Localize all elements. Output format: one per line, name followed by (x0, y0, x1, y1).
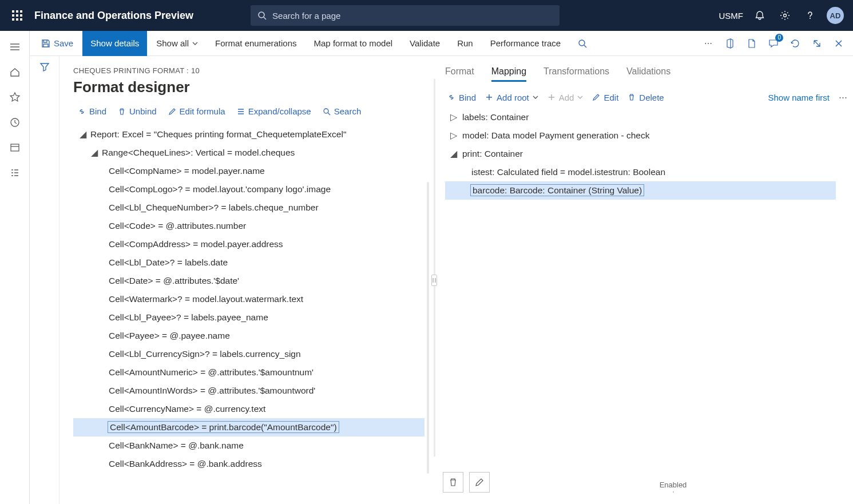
show-details-button[interactable]: Show details (82, 31, 147, 56)
mapping-toolbar: Bind Add root Add Edit Delete Show name … (443, 86, 847, 108)
tree-row[interactable]: Cell<CompName> = model.payer.name (73, 162, 424, 180)
office-icon[interactable] (723, 36, 737, 51)
show-name-first-button[interactable]: Show name first (768, 93, 830, 102)
tab-validations[interactable]: Validations (626, 66, 671, 82)
tab-format[interactable]: Format (445, 66, 474, 82)
breadcrumb: CHEQUES PRINTING FORMAT : 10 (73, 66, 424, 75)
expand-collapse-button[interactable]: Expand/collapse (237, 106, 311, 116)
splitter[interactable] (430, 56, 438, 504)
add-root-button[interactable]: Add root (485, 93, 538, 102)
overflow-icon[interactable]: ⋯ (839, 92, 847, 102)
bind-button[interactable]: Bind (78, 106, 106, 116)
close-icon[interactable] (831, 36, 846, 51)
tree-row[interactable]: Cell<CompLogo>? = model.layout.'company … (73, 180, 424, 199)
attach-icon[interactable] (744, 36, 759, 51)
tree-row[interactable]: Cell<AmountInWords> = @.attributes.'$amo… (73, 382, 424, 400)
svg-rect-8 (20, 18, 22, 21)
format-enumerations-button[interactable]: Format enumerations (207, 31, 305, 56)
tree-row[interactable]: Cell<BankAddress> = @.bank.address (73, 455, 424, 473)
edit-footer-button[interactable] (469, 472, 490, 493)
scrollbar[interactable] (427, 182, 429, 474)
app-launcher-icon[interactable] (5, 10, 30, 21)
tree-row[interactable]: Cell<Payee> = @.payee.name (73, 327, 424, 345)
tree-row[interactable]: ◢Report: Excel = "Cheques printing forma… (73, 125, 424, 144)
svg-rect-2 (20, 10, 22, 13)
splitter-grip-icon[interactable] (431, 275, 437, 286)
add-button: Add (547, 93, 584, 102)
edit-button[interactable]: Edit (592, 93, 618, 102)
save-button[interactable]: Save (33, 31, 81, 56)
tree-row[interactable]: Cell<Lbl_Date>? = labels.date (73, 253, 424, 272)
delete-footer-button[interactable] (443, 472, 463, 493)
tab-transformations[interactable]: Transformations (543, 66, 609, 82)
user-avatar[interactable]: AD (827, 7, 844, 24)
left-nav-rail (0, 31, 30, 504)
tree-row[interactable]: Cell<Lbl_Payee>? = labels.payee_name (73, 308, 424, 327)
star-icon[interactable] (3, 86, 26, 109)
home-icon[interactable] (3, 61, 26, 84)
tree-row[interactable]: Cell<AmountNumeric> = @.attributes.'$amo… (73, 363, 424, 382)
performance-trace-button[interactable]: Performance trace (482, 31, 569, 56)
unbind-button[interactable]: Unbind (118, 106, 157, 116)
overflow-icon[interactable]: ⋯ (701, 36, 716, 51)
run-button[interactable]: Run (449, 31, 481, 56)
svg-rect-5 (20, 14, 22, 17)
tree-row[interactable]: Cell<Lbl_CurrencySign>? = labels.currenc… (73, 345, 424, 363)
delete-button[interactable]: Delete (628, 93, 664, 102)
enabled-input[interactable] (673, 491, 674, 493)
tab-mapping[interactable]: Mapping (491, 66, 526, 82)
map-bind-button[interactable]: Bind (447, 93, 476, 102)
tree-row[interactable]: Cell<Watermark>? = model.layout.watermar… (73, 290, 424, 308)
mapping-footer: Enabled (443, 435, 847, 504)
svg-rect-1 (16, 10, 18, 13)
link-icon (447, 93, 455, 101)
recent-icon[interactable] (3, 111, 26, 134)
tree-row[interactable]: Cell<BankName> = @.bank.name (73, 436, 424, 455)
popout-icon[interactable] (810, 36, 824, 51)
tree-row-selected[interactable]: Cell<AmountBarcode> = print.barcode("Amo… (73, 418, 424, 436)
search-icon (257, 11, 267, 20)
hamburger-icon[interactable] (3, 35, 26, 58)
list-icon (237, 108, 245, 116)
svg-line-18 (328, 113, 330, 115)
tree-search-button[interactable]: Search (323, 106, 362, 116)
svg-rect-6 (12, 18, 14, 21)
gear-icon[interactable] (776, 7, 794, 24)
tree-row[interactable]: ▷model: Data model Payment generation - … (445, 126, 847, 145)
svg-point-11 (784, 14, 787, 17)
command-bar: Save Show details Show all Format enumer… (30, 31, 853, 56)
notification-icon[interactable] (751, 7, 768, 24)
edit-formula-button[interactable]: Edit formula (168, 106, 225, 116)
show-all-button[interactable]: Show all (148, 31, 206, 56)
modules-icon[interactable] (3, 161, 26, 184)
format-tree[interactable]: ◢Report: Excel = "Cheques printing forma… (73, 122, 424, 473)
company-code[interactable]: USMF (719, 7, 744, 24)
format-tree-pane: CHEQUES PRINTING FORMAT : 10 Format desi… (59, 56, 430, 504)
app-title: Finance and Operations Preview (34, 10, 193, 22)
page-title: Format designer (73, 78, 424, 96)
tree-row[interactable]: ◢print: Container (445, 145, 847, 163)
map-format-button[interactable]: Map format to model (306, 31, 401, 56)
svg-rect-14 (11, 144, 19, 151)
mapping-tree[interactable]: ▷labels: Container ▷model: Data model Pa… (443, 108, 847, 200)
messages-icon[interactable]: 0 (766, 36, 781, 51)
refresh-icon[interactable] (788, 36, 803, 51)
tree-row-selected[interactable]: barcode: Barcode: Container (String Valu… (445, 181, 836, 200)
tree-row[interactable]: ◢Range<ChequeLines>: Vertical = model.ch… (73, 144, 424, 162)
tree-row[interactable]: Cell<CurrencyName> = @.currency.text (73, 400, 424, 418)
tree-row[interactable]: Cell<Date> = @.attributes.'$date' (73, 272, 424, 290)
workspace-icon[interactable] (3, 136, 26, 159)
plus-icon (547, 93, 556, 101)
validate-button[interactable]: Validate (402, 31, 448, 56)
tree-row[interactable]: istest: Calculated field = model.istestr… (445, 163, 847, 181)
tree-row[interactable]: Cell<Lbl_ChequeNumber>? = labels.cheque_… (73, 199, 424, 217)
page-search-button[interactable] (570, 31, 595, 56)
svg-line-16 (584, 45, 586, 47)
tree-row[interactable]: ▷labels: Container (445, 108, 847, 126)
tree-toolbar: Bind Unbind Edit formula Expand/collapse… (73, 104, 424, 122)
filter-icon[interactable] (39, 62, 50, 504)
help-icon[interactable] (802, 7, 819, 24)
global-search[interactable]: Search for a page (251, 5, 560, 26)
tree-row[interactable]: Cell<Code> = @.attributes.number (73, 217, 424, 235)
tree-row[interactable]: Cell<CompAddress> = model.payer.address (73, 235, 424, 253)
